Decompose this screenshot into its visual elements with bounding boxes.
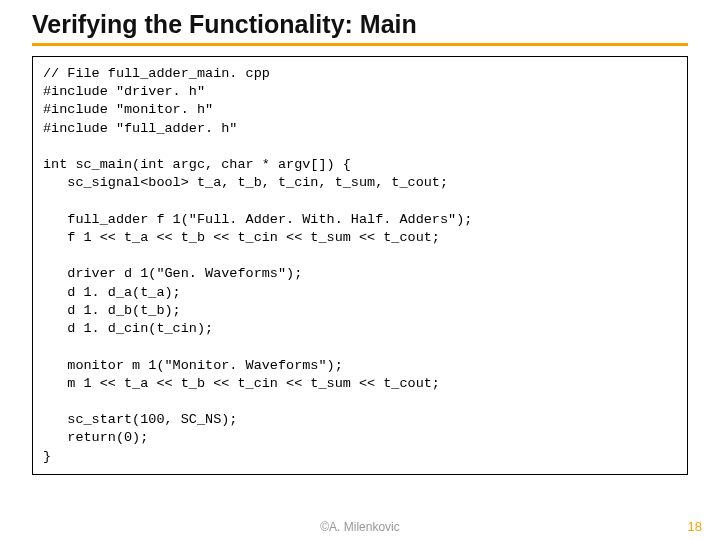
slide-title: Verifying the Functionality: Main (32, 10, 688, 39)
title-underline (32, 43, 688, 46)
footer-copyright: ©A. Milenkovic (0, 520, 720, 534)
page-number: 18 (688, 519, 702, 534)
code-block: // File full_adder_main. cpp #include "d… (32, 56, 688, 475)
